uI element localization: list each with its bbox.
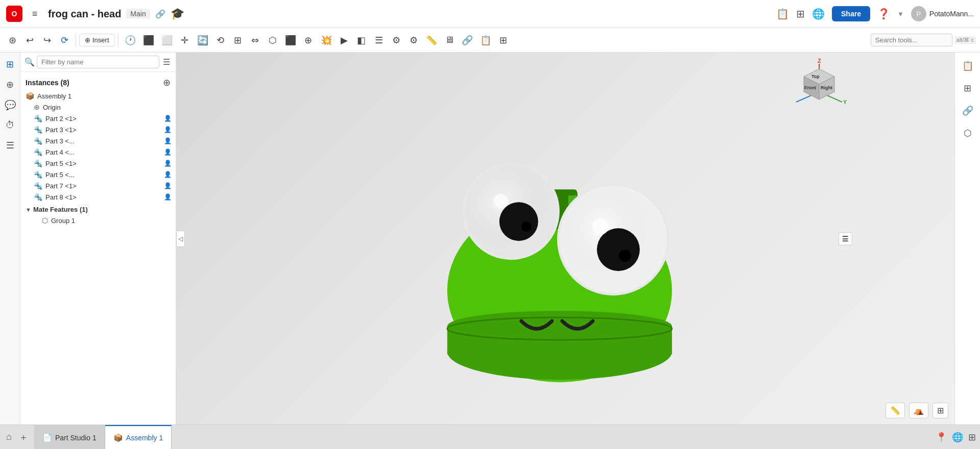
bottom-display-icon[interactable]: 🌐 (952, 432, 963, 443)
feature-tree-icon[interactable]: ⊞ (4, 57, 16, 72)
part5a-action-icon: 👤 (164, 160, 172, 167)
cube-frame-icon[interactable]: ⬜ (158, 31, 176, 49)
bottom-tabs: ⌂ ＋ 📄 Part Studio 1 📦 Assembly 1 📍 🌐 ⊞ (0, 425, 980, 449)
branch-label[interactable]: Main (126, 9, 150, 19)
right-panel: 📋 ⊞ 🔗 ⬡ (954, 53, 980, 425)
part3a-label: Part 3 <1> (45, 126, 161, 134)
tree-item-assembly1[interactable]: 📦 Assembly 1 (20, 90, 176, 102)
tree-item-part5b[interactable]: 🔩 Part 5 <... 👤 (20, 169, 176, 180)
undo-button[interactable]: ↩ (21, 31, 38, 49)
canvas-bottom-right-controls: 📏 ⛺ ⊞ (886, 403, 948, 418)
search-tools-input[interactable] (871, 34, 952, 46)
insert-button[interactable]: ⊕ Insert (79, 34, 115, 46)
canvas-area[interactable]: Z Y Top Front Right 📏 ⛺ ⊞ (176, 53, 954, 425)
help-icon[interactable]: ❓ (877, 8, 890, 20)
part5a-label: Part 5 <1> (45, 160, 161, 167)
svg-point-13 (521, 221, 532, 232)
animate-icon[interactable]: ▶ (336, 31, 352, 49)
right-relations-icon[interactable]: 🔗 (959, 102, 977, 120)
right-properties-icon[interactable]: 📋 (959, 57, 977, 75)
right-custom-icon[interactable]: ⬡ (959, 124, 977, 142)
instances-add-button[interactable]: ⊕ (163, 77, 171, 88)
home-button[interactable]: ⌂ (4, 430, 14, 444)
bom-icon[interactable]: ☰ (371, 31, 387, 49)
settings-icon[interactable]: ⚙ (388, 31, 404, 49)
assembly1-label: Assembly 1 (37, 92, 172, 100)
display-canvas-button[interactable]: ⊞ (933, 403, 948, 418)
sidebar-filter-input[interactable] (37, 56, 159, 68)
globe-icon[interactable]: 🌐 (812, 8, 825, 20)
comment-icon[interactable]: 💬 (3, 97, 18, 113)
share-button[interactable]: Share (832, 6, 870, 21)
redo-button[interactable]: ↪ (39, 31, 55, 49)
cube-solid-icon[interactable]: ⬛ (140, 31, 157, 49)
tree-item-part3b[interactable]: 🔩 Part 3 <... 👤 (20, 135, 176, 146)
tree-item-part8[interactable]: 🔩 Part 8 <1> 👤 (20, 191, 176, 203)
move-icon[interactable]: ✛ (177, 31, 193, 49)
tab-part-studio[interactable]: 📄 Part Studio 1 (34, 425, 105, 450)
settings2-icon[interactable]: ⚙ (405, 31, 422, 49)
origin-icon: ⊕ (34, 103, 40, 111)
tree-item-group1[interactable]: ⬡ Group 1 (20, 215, 176, 226)
grid-snap-icon[interactable]: ⊞ (230, 31, 246, 49)
assembly-tab-icon: 📦 (113, 433, 123, 442)
tab-assembly[interactable]: 📦 Assembly 1 (105, 425, 172, 450)
parts-list-icon[interactable]: ☰ (4, 138, 16, 153)
add-mate-icon[interactable]: ⊕ (4, 77, 16, 92)
bbox-icon[interactable]: ⬛ (282, 31, 299, 49)
measure-canvas-button[interactable]: 📏 (886, 403, 905, 418)
chevron-down-icon: ▼ (26, 207, 31, 213)
section-icon[interactable]: ◧ (353, 31, 370, 49)
mate-features-header[interactable]: ▼ Mate Features (1) (20, 203, 176, 215)
display-icon[interactable]: 🖥 (441, 31, 458, 49)
notifications-icon[interactable]: 📋 (776, 8, 789, 20)
user-menu[interactable]: P PotatoMann... (911, 6, 974, 21)
add-tab-button[interactable]: ＋ (17, 429, 30, 445)
top-right-icons: 📋 ⊞ 🌐 Share ❓ ▼ P PotatoMann... (776, 6, 974, 21)
tree-item-part4[interactable]: 🔩 Part 4 <... 👤 (20, 146, 176, 158)
extra-icon[interactable]: ⊞ (495, 31, 512, 49)
select-icon[interactable]: ⬡ (265, 31, 281, 49)
bottom-expand-icon[interactable]: ⊞ (968, 432, 976, 443)
part8-label: Part 8 <1> (45, 193, 161, 201)
search-shortcut: alt/⌘ c (954, 36, 976, 44)
graduation-icon[interactable]: 🎓 (171, 7, 184, 20)
drawing-icon[interactable]: 📋 (477, 31, 494, 49)
grid-icon[interactable]: ⊞ (796, 8, 805, 20)
snap-icon[interactable]: ⊕ (300, 31, 317, 49)
frog-model (417, 102, 703, 387)
logo-area: O ≡ (6, 5, 43, 23)
relations-icon[interactable]: 🔗 (459, 31, 476, 49)
transform-icon[interactable]: ⟲ (212, 31, 229, 49)
insert-icon: ⊕ (85, 36, 90, 44)
tree-item-part5a[interactable]: 🔩 Part 5 <1> 👤 (20, 158, 176, 169)
filter-button[interactable]: ⊛ (4, 31, 20, 49)
user-name: PotatoMann... (929, 10, 974, 18)
canvas-list-toggle[interactable]: ☰ (839, 232, 852, 245)
svg-point-17 (597, 228, 640, 271)
document-title: frog can - head (48, 8, 121, 20)
measure-icon[interactable]: 📏 (423, 31, 440, 49)
explode-icon[interactable]: 💥 (318, 31, 335, 49)
mirror-icon[interactable]: ⇔ (247, 31, 264, 49)
link-icon[interactable]: 🔗 (155, 9, 165, 19)
collapse-sidebar-button[interactable]: ◁ (176, 231, 185, 247)
bottom-measure-icon[interactable]: 📍 (936, 432, 947, 443)
rotate-icon[interactable]: 🔄 (194, 31, 211, 49)
part2-action-icon: 👤 (164, 115, 172, 122)
tree-item-origin[interactable]: ⊕ Origin (20, 102, 176, 113)
tree-item-part2[interactable]: 🔩 Part 2 <1> 👤 (20, 113, 176, 124)
refresh-button[interactable]: ⟳ (56, 31, 73, 49)
tree-item-part3a[interactable]: 🔩 Part 3 <1> 👤 (20, 124, 176, 135)
sidebar-list-view-button[interactable]: ☰ (161, 56, 172, 68)
version-icon[interactable]: ⏱ (4, 118, 17, 133)
tree-item-part7[interactable]: 🔩 Part 7 <1> 👤 (20, 180, 176, 191)
clock-icon[interactable]: 🕐 (122, 31, 139, 49)
view-cube[interactable]: Z Y Top Front Right (786, 59, 852, 125)
part-studio-tab-label: Part Studio 1 (55, 434, 97, 442)
svg-point-19 (494, 194, 508, 208)
section-canvas-button[interactable]: ⛺ (909, 403, 928, 418)
svg-point-18 (619, 250, 631, 262)
right-bom-icon[interactable]: ⊞ (959, 79, 977, 97)
hamburger-menu[interactable]: ≡ (27, 5, 43, 23)
